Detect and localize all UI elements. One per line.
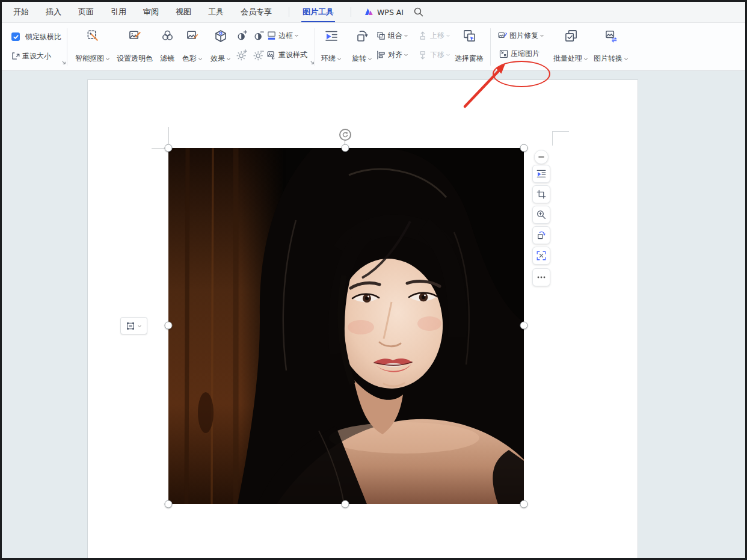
wps-ai-logo-icon bbox=[364, 8, 374, 16]
wps-ai-button[interactable]: WPS AI bbox=[364, 8, 404, 17]
ribbon-separator bbox=[490, 28, 491, 66]
tab-home[interactable]: 开始 bbox=[13, 7, 29, 17]
chevron-down-icon bbox=[446, 33, 450, 38]
picture-convert-button[interactable]: 图片转换 bbox=[591, 27, 631, 66]
increase-contrast-button[interactable] bbox=[236, 30, 248, 41]
tab-picture-tools[interactable]: 图片工具 bbox=[303, 7, 334, 17]
picture-repair-button[interactable]: 图片修复 bbox=[497, 30, 544, 41]
menu-divider bbox=[289, 7, 289, 17]
float-zoom-button[interactable] bbox=[532, 206, 550, 224]
picture-border-label: 边框 bbox=[278, 31, 293, 41]
smart-cutout-label: 智能抠图 bbox=[75, 54, 104, 64]
set-transparent-color-label: 设置透明色 bbox=[117, 54, 153, 64]
reset-style-label: 重设样式 bbox=[278, 50, 307, 60]
chevron-down-icon bbox=[540, 33, 544, 38]
color-icon bbox=[186, 29, 200, 43]
bring-forward-icon bbox=[418, 31, 428, 41]
tab-reference[interactable]: 引用 bbox=[111, 7, 126, 17]
selection-handle-middle-left[interactable] bbox=[165, 322, 173, 330]
selection-handle-top-right[interactable] bbox=[520, 144, 528, 152]
selection-handle-bottom-center[interactable] bbox=[342, 500, 349, 508]
selection-handle-bottom-left[interactable] bbox=[165, 500, 173, 508]
selection-pane-label: 选择窗格 bbox=[455, 54, 484, 64]
selection-pane-button[interactable]: 选择窗格 bbox=[452, 27, 487, 66]
color-button[interactable]: 色彩 bbox=[179, 27, 206, 66]
chevron-down-icon bbox=[624, 57, 629, 61]
tab-member[interactable]: 会员专享 bbox=[241, 7, 272, 17]
increase-brightness-button[interactable] bbox=[236, 49, 248, 60]
wps-writer-window: 开始 插入 页面 引用 审阅 视图 工具 会员专享 图片工具 WPS AI bbox=[0, 0, 747, 560]
text-wrap-icon bbox=[536, 168, 547, 179]
layout-options-icon bbox=[126, 321, 135, 331]
picture-repair-label: 图片修复 bbox=[509, 31, 538, 41]
chevron-down-icon bbox=[583, 57, 588, 61]
group-objects-button[interactable]: 组合 bbox=[376, 30, 408, 41]
compress-picture-label: 压缩图片 bbox=[511, 49, 540, 59]
selection-pane-icon bbox=[463, 29, 476, 43]
picture-repair-icon bbox=[497, 31, 508, 41]
compress-picture-button[interactable]: 压缩图片 bbox=[499, 48, 540, 59]
chevron-down-icon bbox=[226, 57, 231, 61]
align-objects-button[interactable]: 对齐 bbox=[376, 49, 408, 60]
minus-icon bbox=[538, 153, 545, 161]
align-objects-icon bbox=[376, 50, 386, 60]
float-more-button[interactable] bbox=[532, 268, 550, 286]
batch-process-label: 批量处理 bbox=[553, 54, 582, 64]
portrait-image[interactable] bbox=[168, 148, 524, 504]
chevron-down-icon bbox=[404, 33, 408, 38]
set-transparent-color-button[interactable]: 设置透明色 bbox=[115, 27, 155, 66]
chevron-down-icon bbox=[337, 57, 342, 61]
reset-size-icon bbox=[11, 51, 20, 61]
rotate-arrow-icon bbox=[342, 131, 349, 138]
layout-options-button[interactable] bbox=[120, 317, 147, 334]
decrease-contrast-button[interactable] bbox=[253, 30, 265, 41]
rotate-button[interactable]: 旋转 bbox=[347, 27, 377, 66]
ellipsis-icon bbox=[536, 272, 546, 282]
effect-button[interactable]: 效果 bbox=[206, 27, 235, 66]
filter-button[interactable]: 滤镜 bbox=[156, 27, 179, 66]
align-objects-label: 对齐 bbox=[388, 50, 402, 60]
decrease-contrast-icon bbox=[253, 29, 265, 42]
selection-handle-top-left[interactable] bbox=[165, 144, 173, 152]
tab-review[interactable]: 审阅 bbox=[143, 7, 159, 17]
reset-style-icon bbox=[266, 50, 277, 60]
tab-tools[interactable]: 工具 bbox=[208, 7, 224, 17]
tab-view[interactable]: 视图 bbox=[176, 7, 191, 17]
batch-process-button[interactable]: 批量处理 bbox=[552, 27, 590, 66]
picture-convert-label: 图片转换 bbox=[594, 54, 622, 64]
smart-cutout-button[interactable]: 智能抠图 bbox=[69, 27, 116, 66]
dialog-launcher-icon[interactable] bbox=[61, 60, 67, 66]
float-rotate-button[interactable] bbox=[532, 226, 550, 244]
float-fit-screen-button[interactable] bbox=[532, 247, 550, 265]
decrease-brightness-button[interactable] bbox=[253, 49, 265, 60]
rotation-handle[interactable] bbox=[339, 129, 351, 141]
chevron-down-icon bbox=[137, 324, 142, 328]
text-wrap-button[interactable]: 环绕 bbox=[317, 27, 346, 66]
selection-handle-top-center[interactable] bbox=[342, 144, 349, 152]
tab-page[interactable]: 页面 bbox=[78, 7, 94, 17]
picture-border-button[interactable]: 边框 bbox=[266, 30, 299, 41]
reset-style-button[interactable]: 重设样式 bbox=[266, 49, 307, 60]
menu-divider bbox=[351, 7, 351, 17]
ribbon-toolbar: 锁定纵横比 重设大小 智能抠图 bbox=[2, 22, 745, 71]
alignment-guide-horizontal bbox=[152, 148, 166, 149]
float-crop-button[interactable] bbox=[532, 185, 550, 203]
checkbox-checked-icon[interactable] bbox=[11, 32, 20, 41]
picture-convert-icon bbox=[604, 29, 618, 43]
reset-size-label: 重设大小 bbox=[22, 51, 51, 61]
effect-icon bbox=[214, 29, 228, 43]
fit-screen-icon bbox=[536, 250, 547, 261]
selection-handle-middle-right[interactable] bbox=[520, 322, 528, 330]
chevron-down-icon bbox=[105, 57, 110, 61]
float-text-wrap-button[interactable] bbox=[532, 165, 550, 183]
lock-aspect-ratio-checkbox-row[interactable]: 锁定纵横比 bbox=[11, 31, 61, 42]
search-icon[interactable] bbox=[413, 7, 424, 17]
zoom-in-icon bbox=[536, 209, 547, 220]
chevron-down-icon bbox=[404, 52, 408, 57]
tab-insert[interactable]: 插入 bbox=[46, 7, 61, 17]
ribbon-separator bbox=[67, 28, 67, 66]
collapse-toolbar-button[interactable] bbox=[534, 150, 549, 164]
reset-size-button[interactable]: 重设大小 bbox=[11, 51, 51, 61]
selection-handle-bottom-right[interactable] bbox=[520, 500, 528, 508]
rotate-icon bbox=[355, 29, 369, 43]
